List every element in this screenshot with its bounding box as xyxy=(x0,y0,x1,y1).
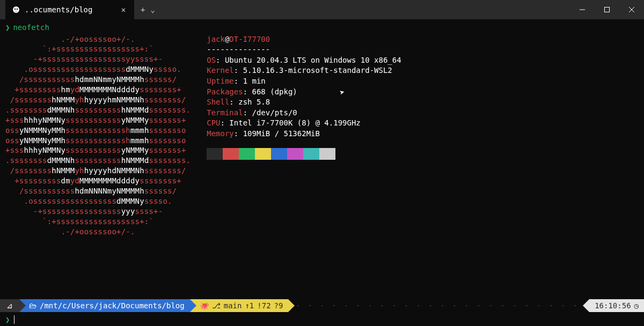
status-os-segment[interactable]: ⊿ xyxy=(0,299,19,312)
user-host-line: jack@DT-I77700 xyxy=(207,34,401,45)
git-ahead: ↑1 xyxy=(245,301,254,310)
status-bar: ⊿ 🗁 /mnt/c/Users/jack/Documents/blog 🐙 ⎇… xyxy=(0,299,644,312)
prompt-line[interactable]: ❯ xyxy=(0,313,644,326)
cwd-path: /mnt/c/Users/jack/Documents/blog xyxy=(40,301,185,310)
tab-active[interactable]: ..ocuments/blog ✕ xyxy=(5,0,134,19)
info-line: Packages: 668 (dpkg) xyxy=(207,87,401,98)
window-controls xyxy=(570,0,644,19)
git-branch-icon: ⎇ xyxy=(212,301,221,310)
color-swatch xyxy=(255,148,271,160)
color-swatch xyxy=(207,148,223,160)
status-path-segment[interactable]: 🗁 /mnt/c/Users/jack/Documents/blog xyxy=(19,299,190,312)
hostname: DT-I77700 xyxy=(229,35,270,43)
svg-point-1 xyxy=(14,9,16,10)
info-label: Shell xyxy=(207,98,229,106)
info-line: Memory: 109MiB / 51362MiB xyxy=(207,129,401,139)
info-label: Uptime xyxy=(207,77,234,85)
new-tab-button[interactable]: + xyxy=(141,5,145,14)
maximize-button[interactable] xyxy=(595,0,619,19)
tab-title: ..ocuments/blog xyxy=(25,5,92,14)
github-icon: 🐙 xyxy=(200,301,209,310)
clock-icon: ◷ xyxy=(634,301,639,310)
info-line: Terminal: /dev/pts/0 xyxy=(207,108,401,118)
info-line: Uptime: 1 min xyxy=(207,76,401,87)
system-info: jack@DT-I77700 -------------- OS: Ubuntu… xyxy=(207,34,401,237)
prompt-symbol-bottom: ❯ xyxy=(5,315,10,324)
svg-rect-4 xyxy=(605,8,610,12)
svg-point-0 xyxy=(13,6,19,13)
color-palette xyxy=(207,148,401,160)
info-label: Memory xyxy=(207,129,234,138)
status-time-segment: 16:10:56 ◷ xyxy=(589,299,644,312)
info-label: CPU xyxy=(207,118,220,127)
divider-line: -------------- xyxy=(207,45,401,55)
info-line: CPU: Intel i7-7700K (8) @ 4.199GHz xyxy=(207,118,401,129)
text-cursor xyxy=(14,315,14,324)
status-git-segment[interactable]: 🐙 ⎇ main ↑1 !72 ?9 xyxy=(190,299,289,312)
color-swatch xyxy=(319,148,335,160)
close-tab-button[interactable]: ✕ xyxy=(119,5,128,14)
tab-linux-icon xyxy=(12,5,20,14)
info-line: Shell: zsh 5.8 xyxy=(207,97,401,108)
info-line: Kernel: 5.10.16.3-microsoft-standard-WSL… xyxy=(207,65,401,76)
color-swatch xyxy=(303,148,319,160)
color-swatch xyxy=(287,148,303,160)
titlebar: ..ocuments/blog ✕ + ⌄ xyxy=(0,0,644,19)
status-filler: · · · · · · · · · · · · · · · · · · · · … xyxy=(288,299,589,312)
os-icon: ⊿ xyxy=(6,301,13,310)
info-line: OS: Ubuntu 20.04.3 LTS on Windows 10 x86… xyxy=(207,55,401,66)
terminal-output[interactable]: ❯ neofetch .-/+oossssoo+/-. `:+sssssssss… xyxy=(0,19,644,240)
git-branch: main xyxy=(224,301,242,310)
ascii-logo: .-/+oossssoo+/-. `:+ssssssssssssssssss+:… xyxy=(5,34,191,237)
tab-controls: + ⌄ xyxy=(134,5,162,14)
time-text: 16:10:56 xyxy=(595,301,631,310)
info-label: Kernel xyxy=(207,66,234,75)
color-swatch xyxy=(223,148,239,160)
minimize-button[interactable] xyxy=(570,0,595,19)
folder-icon: 🗁 xyxy=(29,301,36,310)
info-label: Terminal xyxy=(207,108,243,117)
close-window-button[interactable] xyxy=(619,0,644,19)
color-swatch xyxy=(271,148,287,160)
tab-dropdown-button[interactable]: ⌄ xyxy=(150,5,155,14)
info-label: OS xyxy=(207,56,216,64)
username: jack xyxy=(207,35,225,43)
info-label: Packages xyxy=(207,87,243,96)
color-swatch xyxy=(239,148,255,160)
command-text: neofetch xyxy=(13,23,49,33)
svg-point-2 xyxy=(17,9,18,10)
git-untracked: ?9 xyxy=(274,301,283,310)
prompt-symbol: ❯ xyxy=(5,23,10,33)
git-dirty: !72 xyxy=(257,301,270,310)
